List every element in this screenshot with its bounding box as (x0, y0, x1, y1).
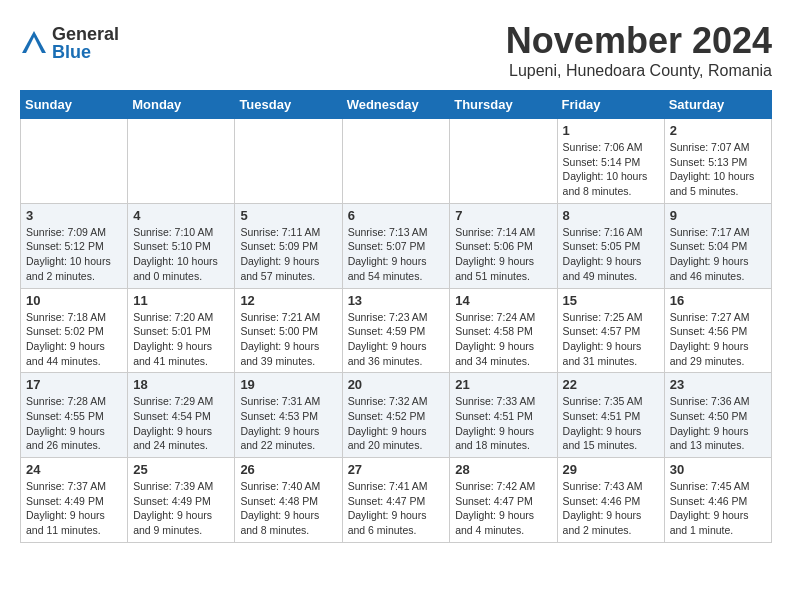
calendar-cell: 26Sunrise: 7:40 AMSunset: 4:48 PMDayligh… (235, 458, 342, 543)
calendar-cell (235, 119, 342, 204)
day-number: 11 (133, 293, 229, 308)
calendar-cell: 6Sunrise: 7:13 AMSunset: 5:07 PMDaylight… (342, 203, 450, 288)
calendar-cell (342, 119, 450, 204)
calendar-cell: 28Sunrise: 7:42 AMSunset: 4:47 PMDayligh… (450, 458, 557, 543)
calendar-header-monday: Monday (128, 91, 235, 119)
calendar-cell: 20Sunrise: 7:32 AMSunset: 4:52 PMDayligh… (342, 373, 450, 458)
calendar-header-tuesday: Tuesday (235, 91, 342, 119)
logo: General Blue (20, 25, 119, 61)
day-info: Sunrise: 7:11 AMSunset: 5:09 PMDaylight:… (240, 225, 336, 284)
day-info: Sunrise: 7:23 AMSunset: 4:59 PMDaylight:… (348, 310, 445, 369)
calendar-header-sunday: Sunday (21, 91, 128, 119)
calendar-header-thursday: Thursday (450, 91, 557, 119)
calendar-cell: 15Sunrise: 7:25 AMSunset: 4:57 PMDayligh… (557, 288, 664, 373)
day-number: 30 (670, 462, 766, 477)
day-info: Sunrise: 7:36 AMSunset: 4:50 PMDaylight:… (670, 394, 766, 453)
day-number: 12 (240, 293, 336, 308)
day-number: 3 (26, 208, 122, 223)
calendar-cell: 19Sunrise: 7:31 AMSunset: 4:53 PMDayligh… (235, 373, 342, 458)
day-info: Sunrise: 7:43 AMSunset: 4:46 PMDaylight:… (563, 479, 659, 538)
calendar-cell: 12Sunrise: 7:21 AMSunset: 5:00 PMDayligh… (235, 288, 342, 373)
calendar-body: 1Sunrise: 7:06 AMSunset: 5:14 PMDaylight… (21, 119, 772, 543)
day-number: 9 (670, 208, 766, 223)
title-area: November 2024 Lupeni, Hunedoara County, … (506, 20, 772, 80)
calendar-cell: 14Sunrise: 7:24 AMSunset: 4:58 PMDayligh… (450, 288, 557, 373)
calendar-week-2: 3Sunrise: 7:09 AMSunset: 5:12 PMDaylight… (21, 203, 772, 288)
day-number: 17 (26, 377, 122, 392)
day-number: 16 (670, 293, 766, 308)
calendar-cell: 21Sunrise: 7:33 AMSunset: 4:51 PMDayligh… (450, 373, 557, 458)
calendar-header-wednesday: Wednesday (342, 91, 450, 119)
day-info: Sunrise: 7:17 AMSunset: 5:04 PMDaylight:… (670, 225, 766, 284)
day-number: 15 (563, 293, 659, 308)
logo-blue-text: Blue (52, 43, 119, 61)
day-number: 27 (348, 462, 445, 477)
day-info: Sunrise: 7:20 AMSunset: 5:01 PMDaylight:… (133, 310, 229, 369)
day-info: Sunrise: 7:18 AMSunset: 5:02 PMDaylight:… (26, 310, 122, 369)
day-info: Sunrise: 7:28 AMSunset: 4:55 PMDaylight:… (26, 394, 122, 453)
day-number: 2 (670, 123, 766, 138)
calendar-cell: 30Sunrise: 7:45 AMSunset: 4:46 PMDayligh… (664, 458, 771, 543)
calendar-cell: 29Sunrise: 7:43 AMSunset: 4:46 PMDayligh… (557, 458, 664, 543)
header: General Blue November 2024 Lupeni, Huned… (20, 20, 772, 80)
day-number: 4 (133, 208, 229, 223)
day-number: 13 (348, 293, 445, 308)
calendar-header-friday: Friday (557, 91, 664, 119)
day-number: 21 (455, 377, 551, 392)
calendar-cell: 18Sunrise: 7:29 AMSunset: 4:54 PMDayligh… (128, 373, 235, 458)
day-info: Sunrise: 7:41 AMSunset: 4:47 PMDaylight:… (348, 479, 445, 538)
calendar-cell: 7Sunrise: 7:14 AMSunset: 5:06 PMDaylight… (450, 203, 557, 288)
calendar-cell: 4Sunrise: 7:10 AMSunset: 5:10 PMDaylight… (128, 203, 235, 288)
calendar-header-row: SundayMondayTuesdayWednesdayThursdayFrid… (21, 91, 772, 119)
calendar-week-5: 24Sunrise: 7:37 AMSunset: 4:49 PMDayligh… (21, 458, 772, 543)
day-info: Sunrise: 7:14 AMSunset: 5:06 PMDaylight:… (455, 225, 551, 284)
day-number: 29 (563, 462, 659, 477)
calendar-week-3: 10Sunrise: 7:18 AMSunset: 5:02 PMDayligh… (21, 288, 772, 373)
day-number: 19 (240, 377, 336, 392)
day-info: Sunrise: 7:13 AMSunset: 5:07 PMDaylight:… (348, 225, 445, 284)
logo-general-text: General (52, 25, 119, 43)
day-info: Sunrise: 7:40 AMSunset: 4:48 PMDaylight:… (240, 479, 336, 538)
day-info: Sunrise: 7:35 AMSunset: 4:51 PMDaylight:… (563, 394, 659, 453)
calendar-cell: 22Sunrise: 7:35 AMSunset: 4:51 PMDayligh… (557, 373, 664, 458)
day-info: Sunrise: 7:10 AMSunset: 5:10 PMDaylight:… (133, 225, 229, 284)
day-info: Sunrise: 7:07 AMSunset: 5:13 PMDaylight:… (670, 140, 766, 199)
day-number: 1 (563, 123, 659, 138)
day-number: 8 (563, 208, 659, 223)
day-info: Sunrise: 7:42 AMSunset: 4:47 PMDaylight:… (455, 479, 551, 538)
calendar-cell: 1Sunrise: 7:06 AMSunset: 5:14 PMDaylight… (557, 119, 664, 204)
day-info: Sunrise: 7:21 AMSunset: 5:00 PMDaylight:… (240, 310, 336, 369)
day-number: 7 (455, 208, 551, 223)
calendar-cell (450, 119, 557, 204)
calendar-cell: 25Sunrise: 7:39 AMSunset: 4:49 PMDayligh… (128, 458, 235, 543)
day-number: 14 (455, 293, 551, 308)
calendar-week-4: 17Sunrise: 7:28 AMSunset: 4:55 PMDayligh… (21, 373, 772, 458)
day-info: Sunrise: 7:37 AMSunset: 4:49 PMDaylight:… (26, 479, 122, 538)
day-info: Sunrise: 7:31 AMSunset: 4:53 PMDaylight:… (240, 394, 336, 453)
day-info: Sunrise: 7:16 AMSunset: 5:05 PMDaylight:… (563, 225, 659, 284)
calendar-cell (21, 119, 128, 204)
day-number: 20 (348, 377, 445, 392)
day-number: 18 (133, 377, 229, 392)
day-number: 10 (26, 293, 122, 308)
calendar-cell (128, 119, 235, 204)
day-info: Sunrise: 7:29 AMSunset: 4:54 PMDaylight:… (133, 394, 229, 453)
day-number: 26 (240, 462, 336, 477)
day-number: 28 (455, 462, 551, 477)
day-info: Sunrise: 7:27 AMSunset: 4:56 PMDaylight:… (670, 310, 766, 369)
day-number: 25 (133, 462, 229, 477)
day-number: 22 (563, 377, 659, 392)
calendar-week-1: 1Sunrise: 7:06 AMSunset: 5:14 PMDaylight… (21, 119, 772, 204)
calendar-header-saturday: Saturday (664, 91, 771, 119)
day-number: 23 (670, 377, 766, 392)
calendar-cell: 5Sunrise: 7:11 AMSunset: 5:09 PMDaylight… (235, 203, 342, 288)
calendar-table: SundayMondayTuesdayWednesdayThursdayFrid… (20, 90, 772, 543)
day-info: Sunrise: 7:45 AMSunset: 4:46 PMDaylight:… (670, 479, 766, 538)
calendar-cell: 8Sunrise: 7:16 AMSunset: 5:05 PMDaylight… (557, 203, 664, 288)
calendar-cell: 16Sunrise: 7:27 AMSunset: 4:56 PMDayligh… (664, 288, 771, 373)
day-info: Sunrise: 7:24 AMSunset: 4:58 PMDaylight:… (455, 310, 551, 369)
day-info: Sunrise: 7:39 AMSunset: 4:49 PMDaylight:… (133, 479, 229, 538)
location-subtitle: Lupeni, Hunedoara County, Romania (506, 62, 772, 80)
logo-icon (20, 29, 48, 57)
month-title: November 2024 (506, 20, 772, 62)
